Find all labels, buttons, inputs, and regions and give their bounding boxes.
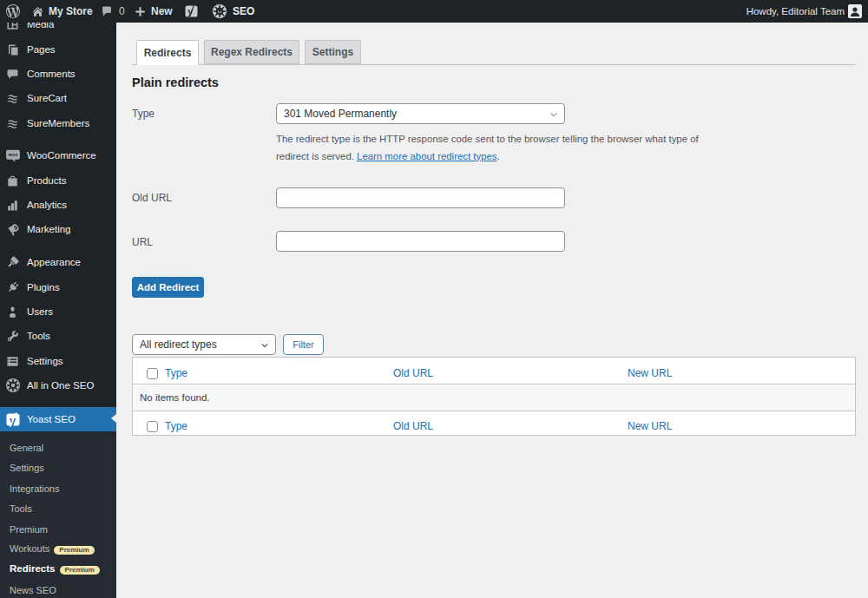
- svg-text:woo: woo: [7, 152, 18, 157]
